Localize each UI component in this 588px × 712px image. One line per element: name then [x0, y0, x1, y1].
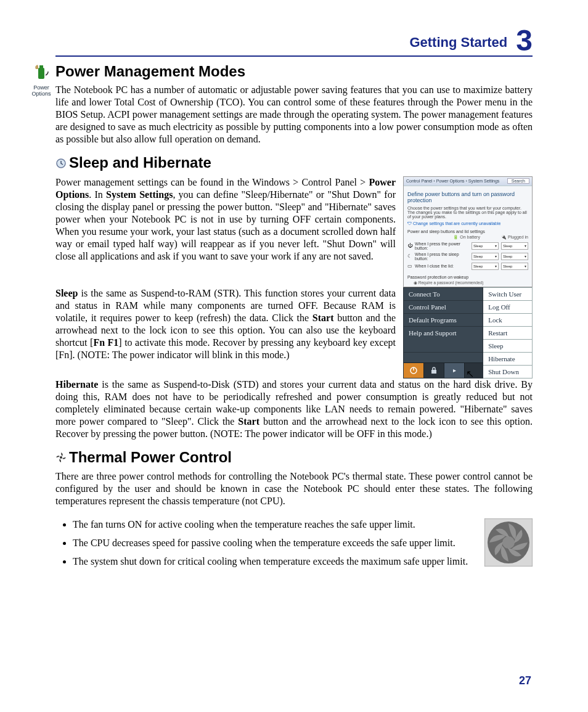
dialog-sub: Choose the power settings that you want … — [407, 206, 528, 219]
page: Getting Started 3 Power Options Power Ma… — [0, 0, 588, 712]
t: System Settings — [106, 189, 173, 200]
menu-item: Switch User — [483, 287, 533, 300]
page-header: Getting Started 3 — [55, 26, 533, 57]
pw-opt1: ◉ Require a password (recommended) — [414, 280, 528, 285]
menu-item: Lock — [483, 313, 533, 326]
fan-photo — [484, 518, 533, 567]
search-box: Search — [507, 178, 529, 184]
row-sleep-p1: Power management settings can be found i… — [55, 176, 533, 287]
select: Sleep▾ — [472, 263, 499, 270]
select: Sleep▾ — [472, 242, 499, 250]
chapter-number: 3 — [516, 26, 533, 55]
section-thermal: Thermal Power Control There are three po… — [55, 449, 533, 575]
power-options-icon-label: Power Options — [30, 85, 53, 97]
heading-sleep-hibernate: Sleep and Hibernate — [55, 154, 533, 173]
col-headers: 🔋 On battery 🔌 Plugged in — [407, 235, 528, 240]
body-sleep-p2: Sleep is the same as Suspend-to-RAM (STR… — [55, 287, 396, 361]
t: Start — [312, 313, 334, 323]
t: Hibernate — [55, 379, 98, 390]
arrow-icon: ▸ — [444, 363, 465, 378]
header-title: Getting Started — [409, 35, 507, 51]
t: Power management settings can be found i… — [55, 177, 369, 187]
bullet-item: The fan turns ON for active cooling when… — [73, 518, 476, 531]
t: . In — [89, 189, 106, 200]
col-plugged: 🔌 Plugged in — [501, 235, 528, 240]
t: When I press the sleep button: — [415, 252, 469, 261]
menu-item: Hibernate — [483, 352, 533, 365]
col-battery: 🔋 On battery — [453, 235, 480, 240]
power-icon — [404, 363, 424, 378]
t: Sleep — [473, 264, 483, 268]
t: On battery — [460, 235, 480, 239]
svg-rect-0 — [38, 68, 44, 79]
select: Sleep▾ — [501, 253, 528, 260]
menu-item: Sleep — [483, 339, 533, 352]
t: Sleep — [55, 288, 78, 298]
start-bottom-bar: ▸ ↖ — [404, 362, 483, 378]
thermal-bullets: The fan turns ON for active cooling when… — [55, 518, 476, 574]
thermal-bullets-row: The fan turns ON for active cooling when… — [55, 516, 533, 574]
body-sleep-p1: Power management settings can be found i… — [55, 176, 396, 263]
dialog-titlebar: Control Panel › Power Options › System S… — [404, 177, 532, 186]
heading-thermal: Thermal Power Control — [55, 449, 533, 467]
heading-power-management: Power Management Modes — [55, 63, 533, 80]
t: When I close the lid: — [415, 264, 469, 268]
heading-sleep-hibernate-text: Sleep and Hibernate — [69, 154, 211, 171]
menu-item: Restart — [483, 326, 533, 339]
t: , you can define "Sleep/Hibernate" or "S… — [55, 189, 396, 261]
cursor-icon: ↖ — [466, 368, 474, 380]
body-power-management: The Notebook PC has a number of automati… — [55, 84, 533, 145]
row-lid: ▭When I close the lid: Sleep▾ Sleep▾ — [407, 263, 528, 270]
menu-item: Shut Down — [483, 365, 533, 378]
select: Sleep▾ — [501, 242, 528, 250]
dialog-link: 🛡 Change settings that are currently una… — [407, 221, 528, 226]
row-power-button: ⏻When I press the power button: Sleep▾ S… — [407, 242, 528, 250]
breadcrumb: Control Panel › Power Options › System S… — [406, 179, 499, 183]
t: Plugged in — [508, 235, 528, 239]
select: Sleep▾ — [501, 263, 528, 270]
t: Require a password (recommended) — [419, 280, 484, 285]
clock-icon — [55, 155, 67, 173]
t: When I press the power button: — [415, 242, 469, 250]
heading-thermal-text: Thermal Power Control — [69, 449, 232, 465]
menu-item: Default Programs — [404, 313, 483, 326]
svg-rect-5 — [431, 370, 436, 374]
t: Sleep — [473, 255, 483, 258]
fan-icon — [55, 449, 67, 467]
t: Start — [238, 416, 259, 427]
pw-heading: Password protection on wakeup — [407, 275, 528, 279]
figure-start-menu: Connect To Switch User Control Panel Log… — [403, 287, 533, 379]
t: Sleep — [503, 244, 512, 248]
select: Sleep▾ — [472, 253, 499, 260]
svg-rect-1 — [39, 65, 43, 68]
section-label: Power and sleep buttons and lid settings — [407, 229, 528, 234]
bullet-item: The CPU decreases speed for passive cool… — [73, 537, 476, 549]
power-options-icon: Power Options — [30, 63, 53, 97]
row-sleep-p2: Sleep is the same as Suspend-to-RAM (STR… — [55, 287, 533, 379]
menu-item: Connect To — [404, 287, 483, 300]
section-power-management: Power Options Power Management Modes The… — [55, 63, 533, 145]
menu-item: Control Panel — [404, 300, 483, 313]
t: Sleep — [473, 244, 483, 248]
t: Sleep — [503, 255, 512, 258]
lock-icon — [424, 363, 444, 378]
menu-item: Help and Support — [404, 326, 483, 352]
body-thermal-intro: There are three power control methods fo… — [55, 470, 533, 507]
body-hibernate: Hibernate is the same as Suspend-to-Disk… — [55, 379, 533, 440]
section-sleep-hibernate: Sleep and Hibernate Power management set… — [55, 154, 533, 440]
dialog-heading: Define power buttons and turn on passwor… — [407, 191, 528, 203]
t: Sleep — [503, 264, 512, 268]
row-sleep-button: ☾When I press the sleep button: Sleep▾ S… — [407, 252, 528, 261]
bullet-item: The system shut down for critical coolin… — [73, 555, 476, 568]
t: Fn F1 — [93, 337, 118, 348]
page-number: 27 — [519, 674, 531, 687]
figure-system-settings: Control Panel › Power Options › System S… — [403, 176, 533, 287]
svg-point-6 — [60, 456, 62, 459]
t: Change settings that are currently unava… — [413, 221, 500, 226]
menu-item: Log Off — [483, 300, 533, 313]
svg-point-9 — [502, 536, 515, 549]
